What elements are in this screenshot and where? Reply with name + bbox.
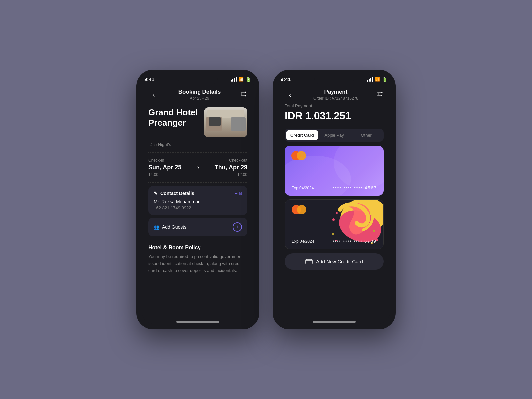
total-label: Total Payment: [285, 103, 384, 108]
wifi-icon: 📶: [239, 77, 244, 82]
card-1-number: •••• •••• •••• 4567: [333, 185, 377, 190]
status-icons-left: 📶 🔋: [231, 77, 251, 82]
add-guests-label: Add Guests: [162, 224, 186, 230]
checkin-label: Check-in: [148, 158, 181, 163]
add-guests-plus-button[interactable]: +: [233, 222, 242, 232]
tab-apple-pay[interactable]: Apple Pay: [318, 130, 350, 140]
svg-point-15: [336, 212, 338, 214]
total-payment-section: Total Payment IDR 1.031.251: [285, 103, 384, 124]
moon-icon: ☽: [148, 142, 152, 147]
card-2-number: •••• •••• •••• 6789: [333, 239, 377, 244]
contact-section-title: Contact Details: [160, 191, 194, 196]
mastercard-logo-1: [291, 151, 306, 160]
svg-point-5: [245, 91, 246, 93]
checkin-time: 14:00: [148, 172, 181, 177]
edit-button[interactable]: Edit: [235, 191, 242, 196]
divider-2: [148, 182, 247, 183]
checkout-block: Check-out Thu, Apr 29 12:00: [215, 158, 247, 177]
svg-point-9: [378, 93, 379, 95]
contact-details-card: ✎ Contact Details Edit Mr. Reksa Mohamma…: [148, 186, 247, 215]
tab-other[interactable]: Other: [350, 130, 382, 140]
back-button-right[interactable]: ‹: [285, 89, 295, 100]
guests-icon: 👥: [154, 224, 159, 230]
svg-rect-19: [373, 230, 375, 232]
checkout-label: Check-out: [215, 158, 247, 163]
card-2-bottom: Exp 04/2024 •••• •••• •••• 6789: [292, 239, 377, 244]
order-id: Order ID : 671248716278: [313, 96, 358, 101]
booking-header: ‹ Booking Details Apr 25 - 29: [142, 85, 254, 103]
add-new-card-button[interactable]: Add New Credit Card: [285, 253, 384, 270]
payment-title: Payment: [313, 89, 358, 95]
filter-icon-right[interactable]: [376, 90, 384, 99]
home-indicator-left: [176, 321, 219, 323]
nights-text: 5 Night's: [154, 142, 171, 147]
add-guests-left: 👥 Add Guests: [154, 224, 186, 230]
home-indicator-right: [313, 321, 356, 323]
status-bar-left: 9:41 📶 🔋: [142, 76, 254, 85]
svg-point-10: [381, 95, 383, 96]
booking-content: Grand Hotel Preanger: [142, 103, 254, 318]
policy-text: You may be required to present valid gov…: [148, 253, 247, 274]
checkin-date: Sun, Apr 25: [148, 164, 181, 171]
card-2-exp: Exp 04/2024: [292, 239, 314, 244]
payment-screen: 9:41 📶 🔋 ‹ Payment Order ID: [278, 75, 390, 324]
contact-title-row: ✎ Contact Details: [154, 191, 194, 196]
credit-card-1[interactable]: Exp 04/2024 •••• •••• •••• 4567: [285, 146, 384, 196]
svg-rect-18: [332, 233, 334, 235]
filter-icon-left[interactable]: [240, 90, 247, 99]
payment-header-center: Payment Order ID : 671248716278: [313, 89, 358, 101]
credit-card-icon: [305, 259, 313, 264]
checkout-date: Thu, Apr 29: [215, 164, 247, 171]
payment-header: ‹ Payment Order ID : 671248716278: [278, 85, 390, 103]
policy-title: Hotel & Room Policy: [148, 245, 247, 251]
svg-point-4: [245, 95, 246, 96]
contact-phone: +62 821 1749 9922: [154, 205, 242, 210]
booking-title: Booking Details: [178, 89, 221, 95]
svg-point-11: [381, 91, 383, 93]
status-icons-right: 📶 🔋: [367, 77, 388, 82]
mc-yellow-circle: [297, 151, 306, 160]
svg-point-3: [241, 93, 243, 95]
checkin-block: Check-in Sun, Apr 25 14:00: [148, 158, 181, 177]
wifi-icon-right: 📶: [375, 77, 380, 82]
status-bar-right: 9:41 📶 🔋: [278, 76, 390, 85]
contact-name: Mr. Reksa Mohammad: [154, 199, 242, 204]
card-1-bottom: Exp 04/2024 •••• •••• •••• 4567: [291, 185, 377, 190]
divider-1: [148, 152, 247, 153]
payment-tabs: Credit Card Apple Pay Other: [285, 129, 384, 142]
checkin-checkout-section: Check-in Sun, Apr 25 14:00 › Check-out T…: [148, 156, 247, 179]
add-guests-card: 👥 Add Guests +: [148, 218, 247, 236]
card-1-exp: Exp 04/2024: [291, 186, 314, 190]
signal-icon: [231, 77, 237, 82]
booking-header-center: Booking Details Apr 25 - 29: [178, 89, 221, 101]
mastercard-logo-2: [292, 205, 306, 214]
back-button-left[interactable]: ‹: [148, 89, 159, 100]
status-time-right: 9:41: [281, 76, 291, 82]
person-icon: ✎: [154, 191, 158, 196]
phones-container: 9:41 📶 🔋 ‹ Booking Details: [136, 70, 396, 329]
checkin-arrow-icon: ›: [194, 164, 202, 171]
total-amount: IDR 1.031.251: [285, 110, 384, 122]
contact-header: ✎ Contact Details Edit: [154, 191, 242, 196]
hotel-card: Grand Hotel Preanger: [148, 103, 247, 140]
tab-credit-card[interactable]: Credit Card: [286, 130, 318, 140]
hotel-image: [204, 107, 247, 137]
add-card-label: Add New Credit Card: [316, 259, 363, 264]
booking-screen: 9:41 📶 🔋 ‹ Booking Details: [142, 75, 254, 324]
checkout-time: 12:00: [215, 172, 247, 177]
payment-content: Total Payment IDR 1.031.251 Credit Card …: [278, 103, 390, 318]
nights-badge: ☽ 5 Night's: [148, 140, 247, 149]
hotel-info: Grand Hotel Preanger: [148, 107, 200, 128]
hotel-name: Grand Hotel Preanger: [148, 107, 200, 128]
status-time-left: 9:41: [144, 76, 154, 82]
battery-icon-right: 🔋: [382, 77, 388, 82]
credit-card-2[interactable]: Exp 04/2024 •••• •••• •••• 6789: [285, 200, 384, 249]
divider-3: [148, 240, 247, 240]
phone-payment: 9:41 📶 🔋 ‹ Payment Order ID: [273, 70, 396, 329]
signal-icon-right: [367, 77, 373, 82]
mc-yellow-circle-2: [297, 205, 306, 214]
svg-point-14: [332, 218, 335, 221]
kitchen-photo: [204, 107, 247, 137]
phone-booking: 9:41 📶 🔋 ‹ Booking Details: [136, 70, 259, 329]
booking-dates: Apr 25 - 29: [178, 96, 221, 101]
